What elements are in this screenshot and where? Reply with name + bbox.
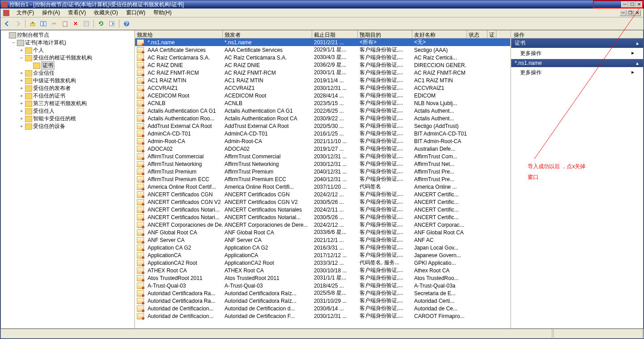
actions-section-cert[interactable]: 证书▲ [511, 38, 643, 48]
tree-twisty[interactable]: + [19, 93, 24, 99]
table-row[interactable]: ACCVRAIZ1ACCVRAIZ12030/12/31 ...客户端身份验证,… [135, 84, 510, 92]
table-row[interactable]: AffirmTrust NetworkingAffirmTrust Networ… [135, 160, 510, 168]
tree-item[interactable]: −证书(本地计算机) [1, 39, 134, 47]
table-row[interactable]: AC1 RAIZ MTINAC1 RAIZ MTIN2019/11/4 ...客… [135, 76, 510, 84]
forward-button[interactable] [13, 19, 23, 29]
table-row[interactable]: ANCERT Certificados CGNANCERT Certificad… [135, 191, 510, 198]
table-row[interactable]: America Online Root Certif...America Onl… [135, 183, 510, 191]
table-row[interactable]: Autoridad de Certificacion...Autoridad d… [135, 305, 510, 312]
menu-view[interactable]: 查看(V) [64, 8, 89, 17]
table-row[interactable]: Autoridad Certificadora Ra...Autoridad C… [135, 289, 510, 297]
minimize-button[interactable]: ─ [621, 1, 628, 8]
column-header[interactable]: 状态 [467, 30, 487, 38]
column-header[interactable]: 证 [487, 30, 496, 38]
column-header[interactable]: 截止日期 [312, 30, 358, 38]
properties-button[interactable] [81, 19, 91, 29]
refresh-button[interactable] [96, 19, 106, 29]
table-row[interactable]: ANCERT Certificados Notari...ANCERT Cert… [135, 213, 510, 221]
close-button[interactable]: ✕ [636, 1, 643, 8]
maximize-button[interactable]: ☐ [628, 1, 636, 8]
tree-item[interactable]: +中级证书颁发机构 [1, 77, 134, 85]
table-row[interactable]: ANCERT Certificados Notari...ANCERT Cert… [135, 206, 510, 213]
list-body[interactable]: *.ns1.name*.ns1.name2031/2/21 ...<所有><无>… [135, 38, 510, 328]
menu-help[interactable]: 帮助(H) [150, 8, 175, 17]
tree-twisty[interactable]: + [19, 47, 24, 53]
tree-item[interactable]: +智能卡受信任的根 [1, 115, 134, 123]
table-row[interactable]: AffirmTrust PremiumAffirmTrust Premium20… [135, 168, 510, 175]
column-header[interactable]: 颁发者 [223, 30, 312, 38]
showhide-button[interactable] [38, 19, 48, 29]
table-row[interactable]: AC Raíz Certicámara S.A.AC Raíz Certicám… [135, 54, 510, 61]
tree-twisty[interactable]: − [19, 55, 24, 61]
cut-button[interactable]: ✂ [49, 19, 59, 29]
table-row[interactable]: ADOCA02ADOCA022019/1/27 ...客户端身份验证,...Au… [135, 145, 510, 153]
back-button[interactable] [2, 19, 12, 29]
menu-window[interactable]: 窗口(W) [123, 8, 149, 17]
tree-twisty[interactable]: − [11, 40, 16, 46]
table-row[interactable]: ANF Server CAANF Server CA2021/12/1 ...客… [135, 236, 510, 244]
table-row[interactable]: AffirmTrust Premium ECCAffirmTrust Premi… [135, 175, 510, 183]
table-row[interactable]: Autoridad Certificadora Ra...Autoridad C… [135, 297, 510, 305]
menu-fav[interactable]: 收藏夹(O) [90, 8, 121, 17]
tree-item[interactable]: +受信任的发布者 [1, 85, 134, 92]
table-row[interactable]: AffirmTrust CommercialAffirmTrust Commer… [135, 153, 510, 160]
table-row[interactable]: Actalis Authentication Roo...Actalis Aut… [135, 114, 510, 122]
menu-file[interactable]: 文件(F) [13, 8, 38, 17]
table-row[interactable]: ANCERT Certificados CGN V2ANCERT Certifi… [135, 198, 510, 206]
delete-button[interactable]: ✕ [71, 19, 80, 29]
tree-item[interactable]: +第三方根证书颁发机构 [1, 100, 134, 107]
table-row[interactable]: ANCERT Corporaciones de De...ANCERT Corp… [135, 221, 510, 229]
table-row[interactable]: ApplicationCAApplicationCA2017/12/12 ...… [135, 251, 510, 259]
mdi-close-button[interactable]: ✕ [634, 10, 641, 16]
tree-twisty[interactable]: + [19, 70, 24, 76]
tree-item[interactable]: 控制台根节点 [1, 31, 134, 39]
column-header[interactable]: 颁发给 [135, 30, 223, 38]
table-row[interactable]: ACNLBACNLB2023/5/15 ...客户端身份验证,...NLB No… [135, 99, 510, 107]
actions-more-1[interactable]: 更多操作▸ [511, 48, 643, 59]
mdi-minimize-button[interactable]: ─ [619, 10, 627, 16]
table-row[interactable]: ATHEX Root CAATHEX Root CA2030/10/18 ...… [135, 267, 510, 274]
table-row[interactable]: AC RAIZ FNMT-RCMAC RAIZ FNMT-RCM2030/1/1… [135, 69, 510, 76]
copy-button[interactable]: 📋 [60, 19, 70, 29]
actions-more-2[interactable]: 更多操作▸ [511, 67, 643, 78]
tree-item[interactable]: +个人 [1, 47, 134, 54]
tree-twisty[interactable]: + [19, 78, 24, 84]
actions-section-item[interactable]: *.ns1.name▲ [511, 59, 643, 67]
export-button[interactable] [107, 19, 117, 29]
tree-item[interactable]: +不信任的证书 [1, 92, 134, 100]
tree-twisty[interactable]: + [19, 108, 24, 114]
column-header[interactable]: 预期目的 [358, 30, 412, 38]
mdi-restore-button[interactable]: ❐ [627, 10, 634, 16]
tree-twisty[interactable]: + [19, 85, 24, 91]
table-row[interactable]: Admin-Root-CAAdmin-Root-CA2021/11/10 ...… [135, 137, 510, 145]
tree-pane[interactable]: 控制台根节点−证书(本地计算机)+个人−受信任的根证书颁发机构 证书+企业信任+… [1, 30, 135, 328]
table-row[interactable]: AC RAIZ DNIEAC RAIZ DNIE2036/2/9 星...客户端… [135, 61, 510, 69]
titlebar[interactable]: 控制台1 - [控制台根节点\证书(本地计算机)\受信任的根证书颁发机构\证书]… [0, 0, 644, 8]
table-row[interactable]: ANF Global Root CAANF Global Root CA2033… [135, 229, 510, 236]
tree-item[interactable]: 证书 [1, 62, 134, 69]
menu-action[interactable]: 操作(A) [38, 8, 64, 17]
tree-twisty[interactable]: + [19, 101, 24, 106]
table-row[interactable]: Application CA G2Application CA G22016/3… [135, 244, 510, 251]
table-row[interactable]: ACEDICOM RootACEDICOM Root2028/4/14 ...客… [135, 92, 510, 99]
table-row[interactable]: *.ns1.name*.ns1.name2031/2/21 ...<所有><无> [135, 38, 510, 46]
tree-item[interactable]: +受信任的设备 [1, 123, 134, 130]
up-button[interactable] [28, 19, 38, 29]
column-header[interactable]: 友好名称 [412, 30, 467, 38]
tree-item[interactable]: +受信任人 [1, 107, 134, 115]
tree-twisty[interactable] [3, 32, 8, 38]
table-row[interactable]: Actalis Authentication CA G1Actalis Auth… [135, 107, 510, 114]
table-row[interactable]: A-Trust-Qual-03A-Trust-Qual-032018/4/25 … [135, 282, 510, 289]
tree-twisty[interactable]: + [19, 116, 24, 122]
help-button[interactable]: ? [122, 19, 131, 29]
tree-item[interactable]: +企业信任 [1, 69, 134, 77]
table-row[interactable]: Atos TrustedRoot 2011Atos TrustedRoot 20… [135, 274, 510, 282]
tree-item[interactable]: −受信任的根证书颁发机构 [1, 54, 134, 62]
tree-twisty[interactable]: + [19, 123, 24, 129]
table-row[interactable]: AAA Certificate ServicesAAA Certificate … [135, 46, 510, 54]
table-row[interactable]: Autoridad de Certificacion...Autoridad d… [135, 312, 510, 320]
tree-twisty[interactable] [27, 63, 32, 68]
table-row[interactable]: AddTrust External CA RootAddTrust Extern… [135, 122, 510, 130]
table-row[interactable]: AdminCA-CD-T01AdminCA-CD-T012016/1/25 ..… [135, 130, 510, 137]
table-row[interactable]: ApplicationCA2 RootApplicationCA2 Root20… [135, 259, 510, 267]
